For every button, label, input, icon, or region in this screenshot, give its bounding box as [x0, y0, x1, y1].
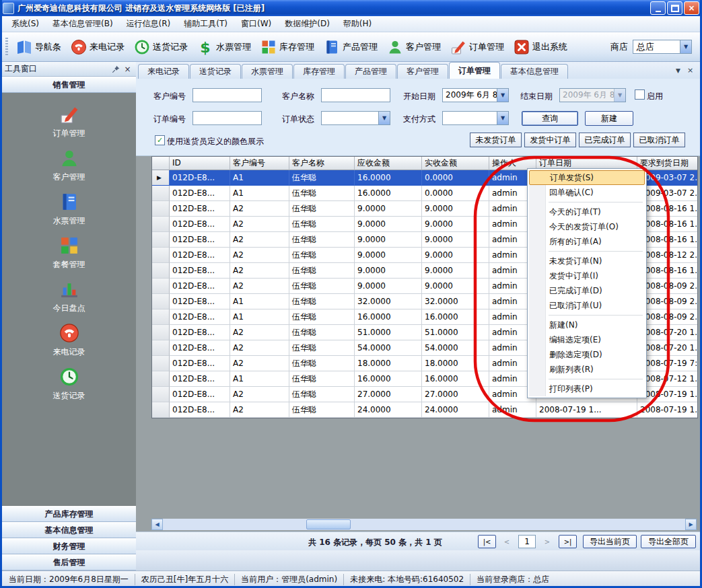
order-no-input[interactable]	[192, 111, 262, 125]
row-selector[interactable]	[152, 279, 170, 294]
menu-item[interactable]: 窗口(W)	[234, 16, 278, 32]
row-selector[interactable]	[152, 294, 170, 309]
tab[interactable]: 基本信息管理	[501, 64, 568, 79]
toolbar-button-pencil[interactable]: 订单管理	[446, 36, 509, 58]
context-menu-item[interactable]: 编辑选定项(E)	[529, 332, 645, 347]
status-filter-button[interactable]: 未发货订单	[470, 133, 522, 147]
sidebar-tool-person[interactable]: 客户管理	[2, 148, 136, 183]
row-selector[interactable]	[152, 217, 170, 232]
column-header[interactable]: ID	[170, 157, 230, 170]
enable-checkbox[interactable]	[635, 89, 645, 100]
row-selector[interactable]	[152, 232, 170, 248]
pay-method-select[interactable]: ▼	[442, 111, 509, 125]
toolbar-button-nav-book[interactable]: 导航条	[11, 36, 66, 58]
sidebar-group[interactable]: 产品库存管理	[2, 506, 136, 522]
row-selector[interactable]: ▶	[152, 170, 170, 186]
row-selector[interactable]	[152, 201, 170, 217]
prev-page-button[interactable]: <	[499, 535, 514, 548]
sidebar-group[interactable]: 基本信息管理	[2, 522, 136, 538]
tab-list-dropdown-icon[interactable]: ▼	[673, 65, 683, 75]
order-status-select[interactable]: ▼	[321, 111, 390, 125]
toolbar-button-grid[interactable]: 库存管理	[256, 36, 319, 58]
sidebar-tool-clock[interactable]: 送货记录	[2, 367, 136, 402]
export-current-page-button[interactable]: 导出当前页	[583, 535, 637, 548]
context-menu-item[interactable]: 订单发货(S)	[529, 170, 645, 185]
sidebar-tool-pencil[interactable]: 订单管理	[2, 104, 136, 139]
row-selector[interactable]	[152, 371, 170, 387]
context-menu-item[interactable]: 新建(N)	[529, 318, 645, 332]
column-header[interactable]: 实收金额	[422, 157, 489, 170]
column-header[interactable]: 客户名称	[289, 157, 355, 170]
row-selector[interactable]	[152, 186, 170, 201]
toolbar-button-dollar[interactable]: $水票管理	[192, 36, 256, 58]
menu-item[interactable]: 数据维护(D)	[278, 16, 337, 32]
horizontal-scrollbar[interactable]: ◀ ▶	[151, 519, 697, 530]
column-header[interactable]: 应收金额	[355, 157, 422, 170]
query-button[interactable]: 查询	[522, 111, 578, 126]
context-menu-item[interactable]: 发货中订单(I)	[529, 268, 645, 283]
new-button[interactable]: 新建	[585, 111, 633, 126]
sidebar-group[interactable]: 财务管理	[2, 538, 136, 554]
context-menu-item[interactable]: 打印列表(P)	[529, 381, 645, 396]
toolbar-button-product-book[interactable]: 产品管理	[319, 36, 382, 58]
minimize-button[interactable]	[650, 1, 666, 15]
toolbar-button-person[interactable]: 客户管理	[382, 36, 446, 58]
customer-name-input[interactable]	[321, 88, 390, 102]
export-all-pages-button[interactable]: 导出全部页	[641, 535, 696, 548]
tab[interactable]: 水票管理	[242, 64, 293, 79]
context-menu-item[interactable]: 所有的订单(A)	[529, 234, 645, 249]
row-selector[interactable]	[152, 263, 170, 279]
sidebar-tool-product-book[interactable]: 水票管理	[2, 192, 136, 227]
row-selector[interactable]	[152, 356, 170, 371]
pin-button[interactable]	[110, 64, 122, 75]
end-date-picker[interactable]: 2009年 6月 8日 ▼	[559, 88, 626, 102]
last-page-button[interactable]: >|	[559, 535, 577, 548]
sidebar-tool-grid[interactable]: 套餐管理	[2, 235, 136, 270]
context-menu-item[interactable]: 刷新列表(R)	[529, 362, 645, 377]
page-number-input[interactable]	[518, 535, 536, 548]
sidebar-tool-phone[interactable]: 来电记录	[2, 323, 136, 358]
scroll-right-icon[interactable]: ▶	[685, 519, 697, 530]
context-menu-item[interactable]: 删除选定项(D)	[529, 347, 645, 362]
first-page-button[interactable]: |<	[478, 535, 496, 548]
customer-no-input[interactable]	[192, 88, 262, 102]
row-selector[interactable]	[152, 387, 170, 402]
row-selector[interactable]	[152, 248, 170, 263]
row-selector[interactable]	[152, 309, 170, 325]
status-filter-button[interactable]: 已取消订单	[633, 133, 685, 147]
status-filter-button[interactable]: 发货中订单	[524, 133, 576, 147]
menu-item[interactable]: 辅助工具(T)	[177, 16, 234, 32]
context-menu-item[interactable]: 已完成订单(D)	[529, 283, 645, 298]
tab[interactable]: 送货记录	[190, 64, 241, 79]
row-selector[interactable]	[152, 402, 170, 418]
sidebar-tool-chart[interactable]: 今日盘点	[2, 279, 136, 314]
sidebar-group-sales[interactable]: 销售管理	[2, 77, 136, 93]
context-menu-item[interactable]: 回单确认(C)	[529, 185, 645, 200]
tab[interactable]: 库存管理	[293, 64, 345, 79]
toolbar-grip[interactable]	[5, 38, 8, 57]
scroll-left-icon[interactable]: ◀	[151, 519, 163, 530]
tab[interactable]: 来电记录	[138, 64, 189, 79]
tab[interactable]: 订单管理	[449, 62, 500, 79]
close-button[interactable]: ×	[684, 1, 699, 15]
context-menu-item[interactable]: 已取消订单(U)	[529, 298, 645, 313]
tab[interactable]: 产品管理	[345, 64, 396, 79]
scrollbar-track[interactable]	[163, 519, 685, 530]
tab[interactable]: 客户管理	[397, 64, 448, 79]
next-page-button[interactable]: >	[540, 535, 555, 548]
context-menu-item[interactable]: 今天的订单(T)	[529, 205, 645, 219]
menu-item[interactable]: 系统(S)	[5, 16, 46, 32]
toolbar-button-clock[interactable]: 送货记录	[129, 36, 192, 58]
tool-window-close-button[interactable]: ×	[122, 64, 133, 75]
sidebar-group[interactable]: 售后管理	[2, 554, 136, 571]
toolbar-button-exit[interactable]: 退出系统	[509, 36, 572, 58]
restore-button[interactable]	[667, 1, 682, 15]
menu-item[interactable]: 帮助(H)	[337, 16, 378, 32]
toolbar-button-phone[interactable]: 来电记录	[66, 36, 129, 58]
store-select[interactable]: 总店 ▼	[633, 40, 692, 54]
table-row[interactable]: 012D-E8...A2伍华聪24.000024.0000admin2008-0…	[152, 402, 698, 418]
menu-item[interactable]: 基本信息管理(B)	[46, 16, 120, 32]
context-menu-item[interactable]: 未发货订单(N)	[529, 254, 645, 268]
row-selector[interactable]	[152, 340, 170, 356]
column-header[interactable]: 客户编号	[230, 157, 289, 170]
